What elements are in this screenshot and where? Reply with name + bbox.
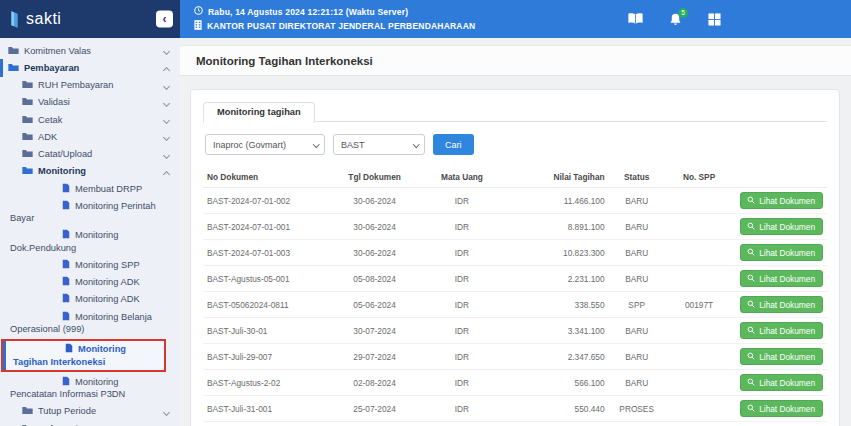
cell-no-dokumen: BAST-Agustus-2-02 [203,370,328,396]
cell-no-dokumen: BAST-2024-07-01-003 [203,240,328,266]
doc-icon [36,293,70,305]
cell-tgl-dokumen: 29-07-2024 [328,344,422,370]
lihat-dokumen-button[interactable]: Lihat Dokumen [740,296,823,313]
sidebar-item-monitoring-spp[interactable]: Monitoring SPP [0,256,180,273]
cell-tgl-dokumen: 30-06-2024 [328,214,422,240]
sidebar-item-monitoring-adk[interactable]: Monitoring ADK [0,291,180,308]
doc-icon [36,311,70,323]
topbar-info: Rabu, 14 Agustus 2024 12:21:12 (Waktu Se… [180,0,475,38]
sidebar-item-cetak[interactable]: Cetak [0,111,180,128]
book-icon[interactable] [628,13,643,25]
cell-tgl-dokumen: 30-06-2024 [328,240,422,266]
sidebar-item-monitoring-pencatatan-informasi-p3dn[interactable]: Monitoring Pencatatan Informasi P3DN [0,373,180,403]
server-datetime: Rabu, 14 Agustus 2024 12:21:12 (Waktu Se… [208,7,408,17]
sidebar-item-monitoring[interactable]: Monitoring [0,163,180,180]
tab-monitoring-tagihan[interactable]: Monitoring tagihan [203,102,315,123]
doc-icon [36,183,70,195]
cell-no-spp [665,240,734,266]
grid-icon[interactable] [708,13,721,26]
cell-no-spp: 00197T [665,292,734,318]
sidebar-item-adk[interactable]: ADK [0,128,180,145]
sidebar-collapse-button[interactable]: ‹ [156,11,173,28]
sidebar-item-catat-upload[interactable]: Catat/Upload [0,146,180,163]
lihat-dokumen-button[interactable]: Lihat Dokumen [740,348,823,365]
table-row: BAST-Juli-31-00125-07-2024IDR550.440PROS… [203,396,827,422]
sidebar-item-monitoring-adk[interactable]: Monitoring ADK [0,274,180,291]
lihat-dokumen-button[interactable]: Lihat Dokumen [740,400,823,417]
cell-status: BARU [609,344,665,370]
column-header-no-dokumen: No Dokumen [203,167,328,188]
sidebar-item-monitoring-perintah-bayar[interactable]: Monitoring Perintah Bayar [0,197,180,227]
topbar: sakti ‹ Rabu, 14 Agustus 2024 12:21:12 (… [0,0,851,38]
chevron-down-icon [163,117,170,124]
search-icon [747,300,755,310]
search-icon [747,222,755,232]
sidebar-item-membuat-drpp[interactable]: Membuat DRPP [0,180,180,197]
cell-status: BARU [609,240,665,266]
sidebar-item-monitoring-belanja-operasional-999[interactable]: Monitoring Belanja Operasional (999) [0,308,180,338]
cell-no-dokumen: BAST-Juli-29-007 [203,344,328,370]
sidebar-item-pembayaran[interactable]: Pembayaran [0,59,180,76]
cell-mata-uang: IDR [421,396,502,422]
lihat-dokumen-label: Lihat Dokumen [759,300,815,310]
cell-actions: Lihat Dokumen [733,396,827,422]
folder-icon [22,165,33,177]
chevron-down-icon [163,100,170,107]
doc-icon [36,200,70,212]
lihat-dokumen-button[interactable]: Lihat Dokumen [740,374,823,391]
cell-tgl-dokumen: 05-06-2024 [328,292,422,318]
sidebar-item-tutup-periode[interactable]: Tutup Periode [0,403,180,420]
sidebar-item-label: Monitoring [38,166,86,176]
doctype-select-value: BAST [341,140,365,150]
cell-actions: Lihat Dokumen [733,292,827,318]
cell-mata-uang: IDR [421,422,502,426]
logo-area: sakti ‹ [0,0,180,38]
cell-nilai-tagihan: 3.341.100 [503,318,609,344]
app-logo: sakti [26,10,61,28]
cell-status: BARU [609,214,665,240]
table-row: BAST-Agustus-05-00105-08-2024IDR2.231.10… [203,266,827,292]
cell-nilai-tagihan: 338.550 [503,292,609,318]
cell-status: BARU [609,422,665,426]
sidebar-item-komitmen-valas[interactable]: Komitmen Valas [0,42,180,59]
column-header-status: Status [609,167,665,188]
lihat-dokumen-button[interactable]: Lihat Dokumen [740,270,823,287]
lihat-dokumen-button[interactable]: Lihat Dokumen [740,322,823,339]
lihat-dokumen-label: Lihat Dokumen [759,378,815,388]
chevron-down-icon [163,82,170,89]
lihat-dokumen-label: Lihat Dokumen [759,404,815,414]
cell-no-dokumen: BAST-Agustus-05-001 [203,266,328,292]
bell-icon[interactable]: 5 [669,13,682,26]
cell-nilai-tagihan: 10.823.300 [503,240,609,266]
table-row: BAST-Agustus-2-0202-08-2024IDR566.100BAR… [203,370,827,396]
cell-actions: Lihat Dokumen [733,240,827,266]
lihat-dokumen-button[interactable]: Lihat Dokumen [740,244,823,261]
cell-no-dokumen: bastpenanandua_2aug202> [203,422,328,426]
cell-actions: Lihat Dokumen [733,318,827,344]
sidebar-item-monitoring-dok-pendukung[interactable]: Monitoring Dok.Pendukung [0,227,180,257]
filter-row: Inaproc (Govmart) BAST Cari [205,134,825,155]
source-select[interactable]: Inaproc (Govmart) [205,134,325,155]
lihat-dokumen-button[interactable]: Lihat Dokumen [740,218,823,235]
sidebar-item-label: Komitmen Valas [24,46,91,56]
sidebar-item-label: Pembayaran [24,63,79,73]
chevron-down-icon [163,134,170,141]
lihat-dokumen-label: Lihat Dokumen [759,326,815,336]
doc-icon [36,276,70,288]
sidebar-item-ruh-pembayaran[interactable]: RUH Pembayaran [0,77,180,94]
sidebar-item-referensi[interactable]: Referensi [0,420,180,426]
cari-button[interactable]: Cari [433,134,474,155]
column-header-mata-uang: Mata Uang [421,167,502,188]
doc-icon [36,229,70,241]
cell-no-dokumen: BAST-Juli-31-001 [203,396,328,422]
lihat-dokumen-button[interactable]: Lihat Dokumen [740,192,823,209]
column-header-nilai-tagihan: Nilai Tagihan [503,167,609,188]
search-icon [747,352,755,362]
content-card: Monitoring tagihan Inaproc (Govmart) BAS… [190,89,840,426]
sidebar-item-validasi[interactable]: Validasi [0,94,180,111]
cell-nilai-tagihan: 11.466.100 [503,188,609,214]
sidebar-item-monitoring-tagihan-interkoneksi[interactable]: Monitoring Tagihan Interkoneksi [1,339,166,373]
cell-mata-uang: IDR [421,240,502,266]
cell-mata-uang: IDR [421,318,502,344]
doctype-select[interactable]: BAST [333,134,425,155]
